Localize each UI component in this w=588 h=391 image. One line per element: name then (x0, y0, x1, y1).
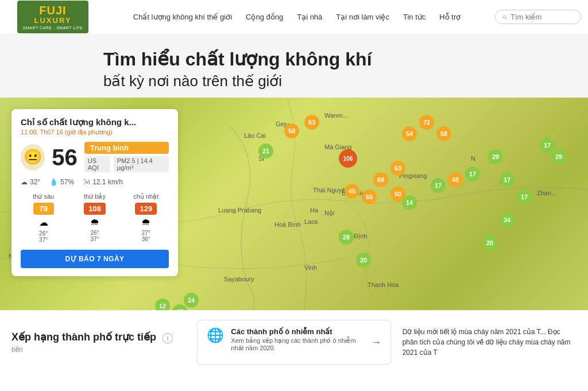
aqi-bubble-23[interactable]: 29 (551, 149, 566, 164)
forecast-temp-1: 26°37° (90, 230, 99, 242)
forecast-temp-2: 27°36° (142, 230, 150, 242)
logo-luxury: LUXURY (23, 17, 83, 25)
bc-desc: Xem bảng xếp hạng các thành phố ô nhiễm … (231, 337, 363, 352)
header: FUJI LUXURY SMART CARE - SMART LIFE Chất… (0, 0, 588, 34)
wind-icon: 🌬 (83, 178, 90, 186)
forecast-day-1: thứ bảy 108 🌧 26°37° (72, 193, 117, 243)
bc-title: Các thành phố ô nhiễm nhất (231, 327, 363, 336)
nav: Chất lượng không khí thế giới Cộng đồng … (99, 13, 495, 21)
aqi-bubble-15[interactable]: 17 (465, 167, 480, 181)
forecast-label-0: thứ sáu (33, 193, 54, 200)
aqi-label-box: Trung bình US AQI PM2.5 | 14.4 μg/m³ (84, 142, 169, 172)
svg-point-0 (503, 16, 506, 18)
aqi-bubble-27[interactable]: 24 (184, 293, 199, 308)
search-icon (502, 13, 507, 21)
bottom-left-subtitle: tiến (11, 346, 185, 354)
bottom-right-text: Dữ liệu mới tiết lộ mùa cháy năm 2021 củ… (403, 327, 577, 358)
logo[interactable]: FUJI LUXURY SMART CARE - SMART LIFE (17, 1, 88, 34)
hero-title-1: Tìm hiểu chất lượng không khí (103, 48, 577, 70)
aqi-bubble-12[interactable]: 14 (402, 195, 417, 210)
forecast-icon-1: 🌧 (90, 217, 99, 227)
aqi-bubble-2[interactable]: 21 (258, 144, 273, 158)
aqi-bubble-22[interactable]: 17 (540, 138, 555, 153)
svg-line-1 (506, 18, 507, 19)
bottom-left: Xếp hạng thành phố trực tiếp i tiến (11, 320, 185, 365)
logo-fuji: FUJI (23, 4, 83, 17)
info-icon[interactable]: i (163, 333, 173, 343)
info-card-time: 11:00, Th07 16 (giờ địa phương) (21, 129, 169, 136)
aqi-bubble-24[interactable]: 20 (482, 235, 497, 250)
bottom-right: Dữ liệu mới tiết lộ mùa cháy năm 2021 củ… (403, 320, 577, 365)
weather-row: ☁ 32° 💧 57% 🌬 12.1 km/h (21, 178, 169, 186)
bc-content: Các thành phố ô nhiễm nhất Xem bảng xếp … (231, 327, 363, 352)
aqi-bubble-1[interactable]: 63 (304, 115, 319, 130)
aqi-bubble-8[interactable]: 45 (345, 184, 359, 199)
nav-item-news[interactable]: Tin tức (403, 13, 425, 21)
globe-icon: 🌐 (207, 327, 224, 343)
aqi-bubble-9[interactable]: 65 (362, 189, 377, 204)
aqi-bubble-0[interactable]: 58 (284, 123, 299, 138)
aqi-row: 😐 56 Trung bình US AQI PM2.5 | 14.4 μg/m… (21, 142, 169, 172)
aqi-bubble-7[interactable]: 63 (390, 161, 405, 176)
bottom-left-title: Xếp hạng thành phố trực tiếp i (11, 331, 185, 343)
search-box[interactable] (495, 10, 581, 24)
aqi-value: 56 (52, 146, 78, 169)
forecast-label-2: chủ nhật (133, 193, 158, 200)
aqi-bubble-13[interactable]: 17 (431, 178, 446, 193)
forecast-icon-2: 🌧 (141, 217, 150, 227)
aqi-bubble-28[interactable]: 12 (155, 299, 170, 310)
weather-temp: ☁ 32° (21, 178, 40, 186)
aqi-bubble-16[interactable]: 29 (488, 149, 503, 164)
forecast-day-0: thứ sáu 79 ☁ 26°37° (21, 193, 66, 243)
search-input[interactable] (510, 13, 574, 21)
aqi-bubble-10[interactable]: 68 (373, 172, 388, 187)
aqi-bubble-18[interactable]: 28 (339, 230, 354, 245)
info-card-title: Chỉ số chất lượng không k... (21, 117, 169, 127)
forecast-aqi-0: 79 (33, 203, 54, 215)
aqi-bubble-5[interactable]: 72 (419, 115, 434, 130)
aqi-bubble-19[interactable]: 20 (356, 253, 371, 268)
arrow-icon: → (371, 336, 381, 349)
logo-tagline: SMART CARE - SMART LIFE (23, 26, 83, 30)
nav-item-home[interactable]: Tại nhà (297, 13, 322, 21)
aqi-bubble-21[interactable]: 17 (517, 189, 532, 204)
forecast-temp-0: 26°37° (39, 230, 48, 243)
aqi-status: Trung bình (84, 142, 169, 154)
nav-item-support[interactable]: Hỗ trợ (439, 13, 461, 21)
weather-humidity: 💧 57% (49, 178, 74, 186)
weather-wind: 🌬 12.1 km/h (83, 178, 123, 186)
forecast-button[interactable]: DỰ BÁO 7 NGÀY (21, 250, 169, 268)
forecast-icon-0: ☁ (39, 217, 48, 228)
aqi-bubble-17[interactable]: 17 (500, 172, 514, 187)
forecast-aqi-2: 129 (135, 203, 157, 215)
aqi-bubble-3[interactable]: 106 (339, 149, 357, 168)
pm25-unit: PM2.5 | 14.4 μg/m³ (114, 156, 169, 172)
forecast-aqi-1: 108 (84, 203, 106, 215)
sun-icon: ☁ (21, 178, 28, 186)
aqi-bubble-6[interactable]: 58 (436, 126, 451, 141)
forecast-label-1: thứ bảy (84, 193, 106, 200)
info-card: Chỉ số chất lượng không k... 11:00, Th07… (11, 109, 178, 276)
aqi-bubble-25[interactable]: 17 (172, 304, 187, 310)
aqi-bubble-4[interactable]: 54 (402, 126, 417, 141)
hero-title-2: bất kỳ nơi nào trên thế giới (103, 72, 577, 90)
aqi-bubble-20[interactable]: 34 (500, 212, 514, 227)
bottom-center-card[interactable]: 🌐 Các thành phố ô nhiễm nhất Xem bảng xế… (197, 320, 390, 365)
hero-section: Tìm hiểu chất lượng không khí bất kỳ nơi… (0, 34, 588, 98)
aqi-bubble-14[interactable]: 48 (448, 172, 463, 187)
nav-item-air-quality[interactable]: Chất lượng không khí thế giới (133, 13, 232, 21)
face-icon: 😐 (21, 144, 45, 171)
forecast-day-2: chủ nhật 129 🌧 27°36° (123, 193, 169, 243)
bottom-section: Xếp hạng thành phố trực tiếp i tiến 🌐 Cá… (0, 310, 588, 374)
nav-item-workplace[interactable]: Tại nơi làm việc (336, 13, 389, 21)
drop-icon: 💧 (49, 178, 58, 186)
nav-item-community[interactable]: Cộng đồng (246, 13, 283, 21)
aqi-unit: US AQI (84, 156, 110, 172)
logo-area: FUJI LUXURY SMART CARE - SMART LIFE (7, 1, 99, 34)
map-section: Shwebo Naypy... Luang Prabang Laos Vinh … (0, 98, 588, 310)
forecast-row: thứ sáu 79 ☁ 26°37° thứ bảy 108 🌧 26°37°… (21, 193, 169, 243)
